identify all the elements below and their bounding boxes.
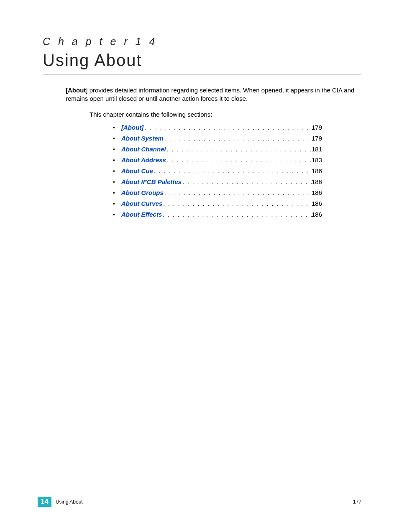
- toc-row: •About Effects186: [113, 211, 322, 218]
- toc-link[interactable]: [About]: [121, 124, 143, 131]
- toc-page-number: 183: [312, 156, 322, 164]
- toc-page-number: 186: [312, 167, 322, 174]
- bullet-icon: •: [113, 179, 121, 185]
- bullet-icon: •: [113, 157, 121, 164]
- page-footer: 14 Using About 177: [0, 497, 399, 507]
- bullet-icon: •: [113, 200, 121, 207]
- toc-row: •About Groups186: [113, 189, 322, 196]
- intro-paragraph: [About] provides detailed information re…: [66, 86, 357, 103]
- toc-row: •About Cue186: [113, 167, 322, 174]
- toc-row: •About IFCB Palettes186: [113, 178, 322, 185]
- toc-link[interactable]: About Cue: [121, 167, 153, 174]
- toc-page-number: 186: [312, 178, 322, 185]
- bullet-icon: •: [113, 135, 121, 142]
- toc-list: •[About]179•About System179•About Channe…: [113, 124, 322, 218]
- toc-link[interactable]: About Curves: [121, 200, 162, 207]
- toc-link[interactable]: About IFCB Palettes: [121, 178, 182, 185]
- intro-bold: [About: [66, 87, 86, 94]
- toc-leader-dots: [166, 146, 312, 153]
- toc-link[interactable]: About Address: [121, 156, 166, 164]
- bullet-icon: •: [113, 211, 121, 218]
- toc-row: •[About]179: [113, 124, 322, 131]
- footer-chapter-title: Using About: [56, 499, 353, 505]
- toc-page-number: 179: [312, 135, 322, 142]
- footer-page-number: 177: [353, 499, 361, 505]
- intro-rest: ] provides detailed information regardin…: [66, 87, 354, 102]
- toc-leader-dots: [162, 211, 312, 218]
- toc-leader-dots: [153, 168, 312, 174]
- toc-row: •About Address183: [113, 156, 322, 164]
- toc-row: •About Curves186: [113, 200, 322, 207]
- toc-leader-dots: [162, 200, 312, 207]
- sections-intro: This chapter contains the following sect…: [90, 111, 361, 118]
- toc-page-number: 186: [312, 211, 322, 218]
- toc-page-number: 181: [312, 146, 322, 153]
- toc-link[interactable]: About Effects: [121, 211, 162, 218]
- bullet-icon: •: [113, 189, 121, 196]
- chapter-title: Using About: [43, 51, 361, 73]
- toc-page-number: 179: [312, 124, 322, 131]
- toc-row: •About System179: [113, 135, 322, 142]
- bullet-icon: •: [113, 146, 121, 153]
- toc-leader-dots: [166, 157, 312, 164]
- toc-leader-dots: [182, 179, 312, 185]
- toc-leader-dots: [164, 189, 312, 196]
- toc-page-number: 186: [312, 200, 322, 207]
- toc-leader-dots: [164, 135, 312, 142]
- toc-row: •About Channel181: [113, 146, 322, 153]
- toc-page-number: 186: [312, 189, 322, 196]
- bullet-icon: •: [113, 168, 121, 174]
- chapter-number-badge: 14: [38, 497, 51, 507]
- chapter-label: C h a p t e r 1 4: [43, 36, 361, 48]
- toc-leader-dots: [143, 124, 312, 131]
- title-rule: [43, 74, 361, 74]
- toc-link[interactable]: About Channel: [121, 146, 166, 153]
- bullet-icon: •: [113, 124, 121, 131]
- toc-link[interactable]: About System: [121, 135, 164, 142]
- toc-link[interactable]: About Groups: [121, 189, 164, 196]
